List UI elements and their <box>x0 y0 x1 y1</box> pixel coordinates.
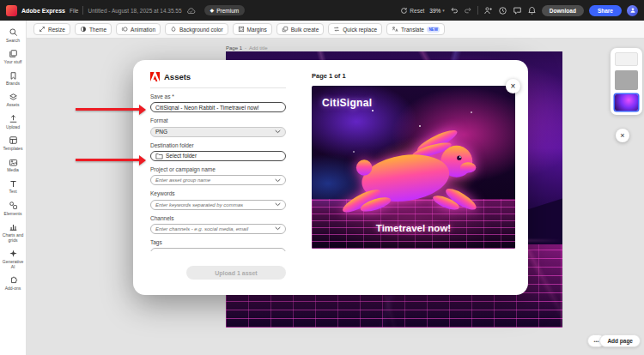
adobe-logo-icon <box>150 72 160 81</box>
new-badge: NEW <box>427 27 440 33</box>
translate-button[interactable]: Translate NEW <box>386 23 445 35</box>
format-select[interactable]: PNG <box>150 127 286 137</box>
app-name: Adobe Express <box>21 8 65 14</box>
premium-button[interactable]: ◆ Premium <box>204 5 246 15</box>
redo-button[interactable] <box>464 6 472 15</box>
file-menu[interactable]: File <box>70 8 78 14</box>
undo-button[interactable] <box>450 6 459 15</box>
divider <box>477 6 478 15</box>
page-header: Page 1 - Add title <box>226 45 268 51</box>
destination-folder-label: Destination folder <box>150 143 286 149</box>
chevron-down-icon <box>275 178 281 183</box>
topbar: Adobe Express File Untitled - August 18,… <box>0 0 644 21</box>
templates-icon <box>9 135 18 145</box>
generative-ai-icon <box>9 249 18 258</box>
channels-label: Channels <box>150 216 286 222</box>
reset-button[interactable]: Reset <box>400 7 424 15</box>
zoom-level: 39% <box>429 8 440 14</box>
asset-preview-image: CitiSignal Timetravel now! <box>312 86 515 249</box>
chevron-down-icon <box>275 226 281 231</box>
animation-button[interactable]: Animation <box>116 23 161 35</box>
project-label: Project or campaign name <box>150 167 286 173</box>
upload-asset-button[interactable]: Upload 1 asset <box>186 266 286 280</box>
premium-diamond-icon: ◆ <box>210 8 215 13</box>
preview-brand-text: CitiSignal <box>322 97 372 109</box>
sidebar-item-templates[interactable]: Templates <box>0 135 26 151</box>
comments-icon[interactable] <box>513 6 522 15</box>
topbar-right-controls: Reset 39% ▾ <box>400 5 638 16</box>
page-label: Page 1 <box>226 45 242 51</box>
chevron-down-icon <box>275 129 281 134</box>
keywords-select[interactable]: Enter keywords separated by commas <box>150 200 286 210</box>
assets-dialog: × Assets Save as * Format PNG De <box>133 60 528 295</box>
annotation-arrow-destination-folder <box>76 159 139 161</box>
animation-icon <box>121 26 128 33</box>
add-ons-icon <box>9 275 18 285</box>
assets-icon <box>9 93 18 102</box>
margins-icon <box>238 26 245 33</box>
resize-button[interactable]: Resize <box>33 23 70 35</box>
panel-close-button[interactable]: × <box>616 129 629 142</box>
neon-rabbit-illustration <box>325 122 501 220</box>
charts-icon <box>9 222 18 232</box>
invite-person-icon[interactable] <box>483 6 493 15</box>
theme-button[interactable]: Theme <box>75 23 112 35</box>
project-select[interactable]: Enter asset group name <box>150 175 286 185</box>
adobe-express-app: Adobe Express File Untitled - August 18,… <box>0 0 644 355</box>
sidebar-item-elements[interactable]: Elements <box>0 201 26 216</box>
save-as-label: Save as * <box>150 94 286 100</box>
select-folder-button[interactable]: Select folder <box>150 151 286 161</box>
sidebar-item-text[interactable]: Text <box>0 179 26 195</box>
cloud-sync-icon[interactable] <box>186 7 196 15</box>
sidebar-item-upload[interactable]: Upload <box>0 114 26 129</box>
save-as-input[interactable] <box>150 102 286 112</box>
page-title-placeholder[interactable]: Add title <box>249 45 268 51</box>
dialog-close-button[interactable]: × <box>506 79 520 93</box>
chevron-down-icon <box>275 202 281 207</box>
quick-replace-button[interactable]: Quick replace <box>328 23 382 35</box>
separator: - <box>245 45 246 51</box>
sidebar-item-generative-ai[interactable]: Generative AI <box>0 249 26 269</box>
avatar[interactable] <box>627 5 638 16</box>
form-scroll-area[interactable]: Save as * Format PNG Destination folder … <box>150 88 286 251</box>
history-clock-icon[interactable] <box>498 6 507 15</box>
select-folder-label: Select folder <box>166 153 197 159</box>
margins-button[interactable]: Margins <box>233 23 272 35</box>
resize-icon <box>39 26 46 33</box>
media-icon <box>9 158 18 167</box>
chevron-down-icon: ▾ <box>442 8 445 13</box>
download-button[interactable]: Download <box>542 5 584 16</box>
divider <box>82 6 83 15</box>
keywords-label: Keywords <box>150 191 286 197</box>
sidebar-item-add-ons[interactable]: Add-ons <box>0 275 26 291</box>
bulk-create-button[interactable]: Bulk create <box>276 23 325 35</box>
partial-field-label: Tags <box>150 240 286 246</box>
brands-icon <box>9 71 18 81</box>
channels-select[interactable]: Enter channels - e.g. social media, emai… <box>150 224 286 234</box>
background-color-icon <box>170 26 177 33</box>
page-thumbnail-selected[interactable] <box>615 94 638 111</box>
sidebar-item-media[interactable]: Media <box>0 158 26 173</box>
page-thumbnail[interactable] <box>615 70 638 90</box>
elements-icon <box>9 201 18 210</box>
reset-icon <box>400 7 408 15</box>
sidebar-item-charts-and-grids[interactable]: Charts and grids <box>0 222 26 243</box>
translate-icon <box>392 26 398 33</box>
sidebar-item-brands[interactable]: Brands <box>0 71 26 87</box>
zoom-control[interactable]: 39% ▾ <box>429 8 445 14</box>
adobe-express-logo[interactable] <box>6 5 17 16</box>
sidebar-item-search[interactable]: Search <box>0 27 26 43</box>
page-thumbnail[interactable] <box>615 52 638 66</box>
partial-field-select[interactable] <box>150 248 286 251</box>
background-color-button[interactable]: Background color <box>165 23 228 35</box>
text-icon <box>9 179 18 189</box>
notifications-bell-icon[interactable] <box>527 6 537 15</box>
keywords-placeholder: Enter keywords separated by commas <box>155 202 272 208</box>
document-title[interactable]: Untitled - August 18, 2025 at 14.35.55 <box>88 8 181 14</box>
close-icon: × <box>620 131 624 140</box>
share-button[interactable]: Share <box>589 5 622 16</box>
format-label: Format <box>150 118 286 124</box>
sidebar-item-your-stuff[interactable]: Your stuff <box>0 49 26 64</box>
add-page-button[interactable]: Add page <box>599 334 641 347</box>
sidebar-item-assets[interactable]: Assets <box>0 93 26 108</box>
